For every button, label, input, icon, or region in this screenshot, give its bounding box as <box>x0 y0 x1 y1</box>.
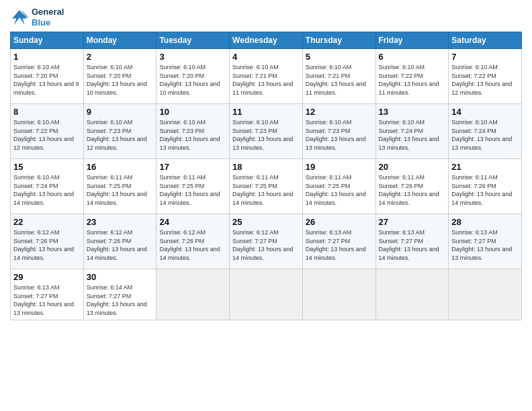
calendar-cell <box>230 269 303 320</box>
calendar: SundayMondayTuesdayWednesdayThursdayFrid… <box>10 32 522 320</box>
day-number: 4 <box>232 52 300 62</box>
calendar-cell: 29Sunrise: 6:13 AMSunset: 7:27 PMDayligh… <box>11 269 84 320</box>
day-number: 15 <box>13 162 81 172</box>
calendar-cell: 21Sunrise: 6:11 AMSunset: 7:26 PMDayligh… <box>449 159 522 214</box>
day-detail: Sunrise: 6:13 AMSunset: 7:27 PMDaylight:… <box>451 228 519 262</box>
day-number: 18 <box>232 162 300 172</box>
day-detail: Sunrise: 6:10 AMSunset: 7:23 PMDaylight:… <box>232 118 300 152</box>
day-number: 24 <box>159 217 226 227</box>
day-detail: Sunrise: 6:10 AMSunset: 7:21 PMDaylight:… <box>232 63 300 97</box>
calendar-cell: 23Sunrise: 6:12 AMSunset: 7:26 PMDayligh… <box>83 214 157 269</box>
day-number: 28 <box>451 217 519 227</box>
calendar-cell: 26Sunrise: 6:13 AMSunset: 7:27 PMDayligh… <box>302 214 375 269</box>
calendar-cell: 15Sunrise: 6:10 AMSunset: 7:24 PMDayligh… <box>11 159 84 214</box>
day-number: 22 <box>13 217 81 227</box>
day-detail: Sunrise: 6:14 AMSunset: 7:27 PMDaylight:… <box>87 283 154 317</box>
calendar-cell: 27Sunrise: 6:13 AMSunset: 7:27 PMDayligh… <box>375 214 449 269</box>
day-detail: Sunrise: 6:11 AMSunset: 7:26 PMDaylight:… <box>451 173 519 207</box>
day-detail: Sunrise: 6:11 AMSunset: 7:25 PMDaylight:… <box>306 173 373 207</box>
calendar-cell: 6Sunrise: 6:10 AMSunset: 7:22 PMDaylight… <box>375 49 449 104</box>
day-number: 1 <box>13 52 81 62</box>
day-detail: Sunrise: 6:12 AMSunset: 7:26 PMDaylight:… <box>13 228 81 262</box>
calendar-cell: 3Sunrise: 6:10 AMSunset: 7:20 PMDaylight… <box>157 49 230 104</box>
day-number: 13 <box>379 107 446 117</box>
day-number: 9 <box>87 107 154 117</box>
header: General Blue <box>10 7 522 28</box>
day-number: 16 <box>87 162 154 172</box>
day-detail: Sunrise: 6:10 AMSunset: 7:24 PMDaylight:… <box>451 118 519 152</box>
day-number: 17 <box>159 162 226 172</box>
day-number: 10 <box>159 107 226 117</box>
col-header-wednesday: Wednesday <box>230 32 303 49</box>
day-number: 25 <box>232 217 300 227</box>
day-detail: Sunrise: 6:10 AMSunset: 7:23 PMDaylight:… <box>87 118 154 152</box>
calendar-cell: 30Sunrise: 6:14 AMSunset: 7:27 PMDayligh… <box>83 269 157 320</box>
week-row-1: 1Sunrise: 6:10 AMSunset: 7:20 PMDaylight… <box>11 49 522 104</box>
calendar-cell: 14Sunrise: 6:10 AMSunset: 7:24 PMDayligh… <box>449 104 522 159</box>
page: General Blue SundayMondayTuesdayWednesda… <box>0 0 532 411</box>
col-header-saturday: Saturday <box>449 32 522 49</box>
svg-marker-0 <box>12 10 27 25</box>
day-detail: Sunrise: 6:10 AMSunset: 7:22 PMDaylight:… <box>379 63 446 97</box>
day-detail: Sunrise: 6:10 AMSunset: 7:20 PMDaylight:… <box>13 63 81 97</box>
day-detail: Sunrise: 6:11 AMSunset: 7:25 PMDaylight:… <box>87 173 154 207</box>
col-header-monday: Monday <box>83 32 157 49</box>
calendar-cell: 22Sunrise: 6:12 AMSunset: 7:26 PMDayligh… <box>11 214 84 269</box>
calendar-cell <box>157 269 230 320</box>
calendar-cell: 9Sunrise: 6:10 AMSunset: 7:23 PMDaylight… <box>83 104 157 159</box>
day-detail: Sunrise: 6:10 AMSunset: 7:21 PMDaylight:… <box>306 63 373 97</box>
calendar-cell: 7Sunrise: 6:10 AMSunset: 7:22 PMDaylight… <box>449 49 522 104</box>
day-detail: Sunrise: 6:13 AMSunset: 7:27 PMDaylight:… <box>13 283 81 317</box>
day-number: 8 <box>13 107 81 117</box>
day-detail: Sunrise: 6:10 AMSunset: 7:24 PMDaylight:… <box>379 118 446 152</box>
day-detail: Sunrise: 6:11 AMSunset: 7:25 PMDaylight:… <box>159 173 226 207</box>
day-detail: Sunrise: 6:10 AMSunset: 7:22 PMDaylight:… <box>13 118 81 152</box>
day-number: 19 <box>306 162 373 172</box>
day-detail: Sunrise: 6:10 AMSunset: 7:22 PMDaylight:… <box>451 63 519 97</box>
day-detail: Sunrise: 6:11 AMSunset: 7:26 PMDaylight:… <box>379 173 446 207</box>
day-number: 3 <box>159 52 226 62</box>
calendar-cell: 24Sunrise: 6:12 AMSunset: 7:26 PMDayligh… <box>157 214 230 269</box>
day-detail: Sunrise: 6:10 AMSunset: 7:24 PMDaylight:… <box>13 173 81 207</box>
day-number: 26 <box>306 217 373 227</box>
week-row-2: 8Sunrise: 6:10 AMSunset: 7:22 PMDaylight… <box>11 104 522 159</box>
col-header-thursday: Thursday <box>302 32 375 49</box>
day-detail: Sunrise: 6:13 AMSunset: 7:27 PMDaylight:… <box>379 228 446 262</box>
day-number: 5 <box>306 52 373 62</box>
col-header-friday: Friday <box>375 32 449 49</box>
day-detail: Sunrise: 6:12 AMSunset: 7:26 PMDaylight:… <box>87 228 154 262</box>
header-row: SundayMondayTuesdayWednesdayThursdayFrid… <box>11 32 522 49</box>
calendar-cell: 18Sunrise: 6:11 AMSunset: 7:25 PMDayligh… <box>230 159 303 214</box>
day-number: 2 <box>87 52 154 62</box>
logo: General Blue <box>10 7 64 28</box>
calendar-cell: 10Sunrise: 6:10 AMSunset: 7:23 PMDayligh… <box>157 104 230 159</box>
day-number: 30 <box>87 272 154 282</box>
day-number: 12 <box>306 107 373 117</box>
logo-text: General Blue <box>32 7 64 28</box>
calendar-cell: 16Sunrise: 6:11 AMSunset: 7:25 PMDayligh… <box>83 159 157 214</box>
day-number: 20 <box>379 162 446 172</box>
day-detail: Sunrise: 6:12 AMSunset: 7:26 PMDaylight:… <box>159 228 226 262</box>
day-detail: Sunrise: 6:11 AMSunset: 7:25 PMDaylight:… <box>232 173 300 207</box>
calendar-cell: 8Sunrise: 6:10 AMSunset: 7:22 PMDaylight… <box>11 104 84 159</box>
day-detail: Sunrise: 6:12 AMSunset: 7:27 PMDaylight:… <box>232 228 300 262</box>
week-row-4: 22Sunrise: 6:12 AMSunset: 7:26 PMDayligh… <box>11 214 522 269</box>
calendar-cell: 11Sunrise: 6:10 AMSunset: 7:23 PMDayligh… <box>230 104 303 159</box>
col-header-sunday: Sunday <box>11 32 84 49</box>
day-number: 14 <box>451 107 519 117</box>
calendar-cell: 4Sunrise: 6:10 AMSunset: 7:21 PMDaylight… <box>230 49 303 104</box>
calendar-cell <box>449 269 522 320</box>
logo-icon <box>10 8 29 27</box>
week-row-3: 15Sunrise: 6:10 AMSunset: 7:24 PMDayligh… <box>11 159 522 214</box>
day-detail: Sunrise: 6:10 AMSunset: 7:20 PMDaylight:… <box>87 63 154 97</box>
day-number: 6 <box>379 52 446 62</box>
calendar-cell: 5Sunrise: 6:10 AMSunset: 7:21 PMDaylight… <box>302 49 375 104</box>
calendar-cell: 12Sunrise: 6:10 AMSunset: 7:23 PMDayligh… <box>302 104 375 159</box>
calendar-cell: 1Sunrise: 6:10 AMSunset: 7:20 PMDaylight… <box>11 49 84 104</box>
day-detail: Sunrise: 6:10 AMSunset: 7:20 PMDaylight:… <box>159 63 226 97</box>
day-number: 21 <box>451 162 519 172</box>
day-detail: Sunrise: 6:10 AMSunset: 7:23 PMDaylight:… <box>306 118 373 152</box>
calendar-cell: 19Sunrise: 6:11 AMSunset: 7:25 PMDayligh… <box>302 159 375 214</box>
day-number: 29 <box>13 272 81 282</box>
calendar-cell: 2Sunrise: 6:10 AMSunset: 7:20 PMDaylight… <box>83 49 157 104</box>
